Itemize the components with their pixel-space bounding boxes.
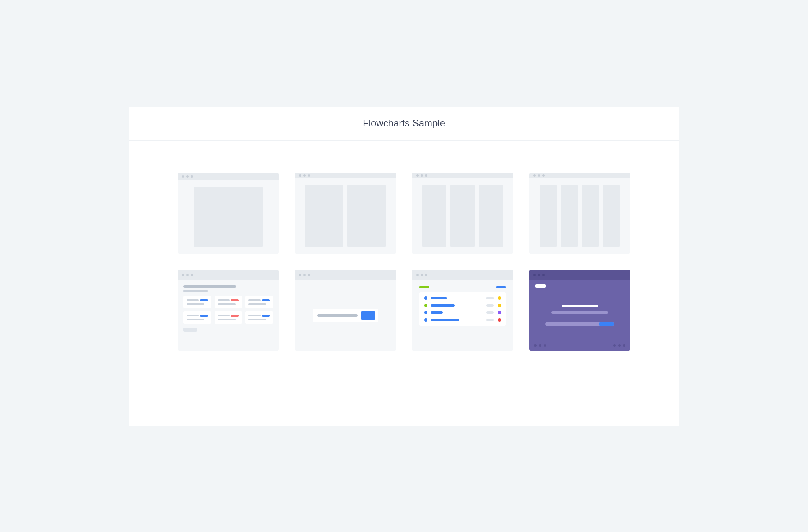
content-block <box>194 187 263 247</box>
text-line <box>218 299 230 301</box>
text-line <box>218 303 236 305</box>
window-dot-icon <box>538 274 540 276</box>
window-dot-icon <box>191 175 193 178</box>
task-row <box>424 318 501 322</box>
window-dot-icon <box>191 274 193 276</box>
content-block <box>582 185 599 247</box>
priority-dot-icon <box>498 311 501 314</box>
priority-dot-icon <box>498 304 501 307</box>
dot-icon <box>544 344 546 347</box>
window-dot-icon <box>421 274 423 276</box>
priority-dot-icon <box>498 296 501 300</box>
content-block <box>422 185 446 247</box>
window-titlebar <box>178 270 279 280</box>
window-dot-icon <box>303 274 306 276</box>
kanban-card <box>183 311 211 324</box>
window-dot-icon <box>421 174 423 177</box>
text-line <box>248 319 266 320</box>
window-dot-icon <box>308 174 310 177</box>
window-titlebar <box>412 173 513 178</box>
status-label <box>496 286 506 288</box>
text-line <box>187 303 204 305</box>
gallery-body <box>129 141 679 426</box>
window-body <box>295 178 396 254</box>
tag-chip <box>231 315 239 317</box>
task-body <box>412 280 513 351</box>
wireframe-tile-search[interactable] <box>295 270 396 351</box>
window-dot-icon <box>425 274 427 276</box>
dot-icon <box>623 344 625 347</box>
footer-block <box>183 328 197 332</box>
task-row <box>424 296 501 300</box>
wireframe-tile-tasklist[interactable] <box>412 270 513 351</box>
window-dot-icon <box>542 174 545 177</box>
tag-chip <box>262 315 270 317</box>
kanban-card <box>183 296 211 308</box>
window-dot-icon <box>533 174 536 177</box>
kanban-card <box>215 311 242 324</box>
tag-chip <box>231 299 239 301</box>
status-dot-icon <box>424 311 427 314</box>
subheading-line <box>183 290 208 292</box>
window-body <box>412 178 513 254</box>
wireframe-tile-three-column[interactable] <box>412 173 513 254</box>
search-body <box>295 280 396 351</box>
meta-block <box>486 297 494 299</box>
footer-dots-left <box>534 344 546 347</box>
dot-icon <box>534 344 537 347</box>
window-dot-icon <box>416 274 419 276</box>
dot-icon <box>613 344 616 347</box>
window-dot-icon <box>303 174 306 177</box>
wireframe-tile-single[interactable] <box>178 173 279 254</box>
status-dot-icon <box>424 296 427 300</box>
main-panel: Flowcharts Sample <box>129 107 679 426</box>
content-block <box>540 185 557 247</box>
text-line <box>187 315 199 316</box>
kanban-card <box>245 296 273 308</box>
window-dot-icon <box>308 274 310 276</box>
wireframe-tile-two-column[interactable] <box>295 173 396 254</box>
task-row <box>424 311 501 314</box>
window-dot-icon <box>299 174 301 177</box>
kanban-card <box>215 296 242 308</box>
text-line <box>248 299 261 301</box>
text-line <box>248 303 266 305</box>
window-dot-icon <box>182 274 184 276</box>
text-line <box>218 315 230 316</box>
window-dot-icon <box>538 174 540 177</box>
dark-body <box>529 280 630 351</box>
window-dot-icon <box>299 274 301 276</box>
progress-bar <box>545 322 614 326</box>
window-titlebar <box>412 270 513 280</box>
page-title: Flowcharts Sample <box>363 118 445 129</box>
window-dot-icon <box>186 274 189 276</box>
wireframe-tile-four-column[interactable] <box>529 173 630 254</box>
logo-pill <box>535 284 546 288</box>
content-block <box>305 185 343 247</box>
tag-chip <box>262 299 270 301</box>
tag-chip <box>200 299 208 301</box>
meta-block <box>486 319 494 321</box>
card-grid <box>178 294 279 328</box>
wireframe-grid <box>178 173 630 351</box>
search-input <box>313 309 378 322</box>
wireframe-tile-kanban[interactable] <box>178 270 279 351</box>
meta-block <box>486 304 494 307</box>
window-body <box>529 178 630 254</box>
wireframe-tile-dark-onboarding[interactable] <box>529 270 630 351</box>
heading-line <box>562 305 598 307</box>
window-dot-icon <box>182 175 184 178</box>
window-titlebar <box>529 173 630 178</box>
text-line <box>218 319 236 320</box>
window-dot-icon <box>416 174 419 177</box>
window-body <box>178 180 279 254</box>
subheading-line <box>551 311 608 314</box>
content-block <box>450 185 475 247</box>
search-button <box>361 311 375 320</box>
header: Flowcharts Sample <box>129 107 679 141</box>
status-dot-icon <box>424 304 427 307</box>
window-dot-icon <box>533 274 536 276</box>
footer-dots-right <box>613 344 625 347</box>
window-titlebar <box>295 173 396 178</box>
text-line <box>187 319 204 320</box>
